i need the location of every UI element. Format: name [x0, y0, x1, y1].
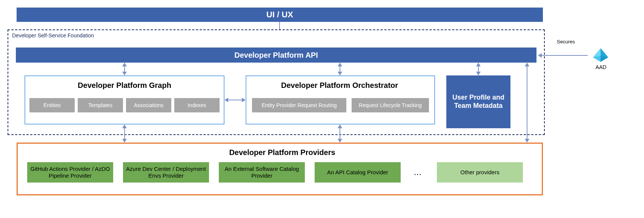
arrow-api-profile-down	[476, 72, 481, 75]
graph-item-entities: Entities	[29, 98, 75, 112]
user-profile-box: User Profile and Team Metadata	[446, 75, 510, 128]
api-bar: Developer Platform API	[16, 48, 536, 63]
arrow-graph-providers-down	[122, 139, 127, 143]
provider-label: Azure Dev Center / Deployment Envs Provi…	[124, 166, 207, 179]
arrow-orch-providers-down	[338, 139, 342, 143]
uiux-bar: UI / UX	[17, 8, 543, 22]
arrow-api-providers-down	[525, 139, 529, 143]
orch-item-lifecycle: Request Lifecycle Tracking	[352, 98, 429, 112]
svg-marker-1	[601, 48, 608, 57]
graph-title: Developer Platform Graph	[60, 81, 189, 90]
provider-api-catalog: An API Catalog Provider	[315, 162, 401, 183]
arrow-graph-orch-right	[242, 98, 246, 102]
provider-devcenter: Azure Dev Center / Deployment Envs Provi…	[123, 162, 209, 183]
arrow-aad-api	[541, 55, 588, 56]
graph-item-associations: Associations	[126, 98, 171, 112]
arrow-api-orch-up	[338, 63, 342, 66]
arrow-orch-providers-up	[338, 124, 342, 128]
arrow-graph-orch	[227, 100, 243, 100]
aad-label: AAD	[595, 64, 607, 70]
arrow-graph-providers	[124, 127, 125, 140]
svg-marker-2	[593, 48, 601, 57]
orch-item-label: Request Lifecycle Tracking	[359, 102, 422, 108]
graph-item-indexes: Indexes	[174, 98, 220, 112]
arrow-orch-providers	[340, 127, 340, 140]
provider-label: An API Catalog Provider	[327, 169, 388, 176]
arrow-api-providers-up	[525, 63, 529, 66]
provider-label: GitHub Actions Provider / AzDO Pipeline …	[29, 166, 112, 179]
arrow-api-graph-down	[122, 72, 127, 75]
arrow-api-orch-down	[338, 72, 342, 75]
orchestrator-title: Developer Platform Orchestrator	[272, 81, 407, 90]
arrow-api-providers	[527, 66, 527, 140]
graph-item-templates: Templates	[78, 98, 123, 112]
api-label: Developer Platform API	[234, 51, 318, 60]
graph-item-label: Entities	[43, 102, 61, 108]
secures-label: Secures	[557, 39, 575, 45]
provider-github: GitHub Actions Provider / AzDO Pipeline …	[27, 162, 113, 183]
graph-item-label: Templates	[88, 102, 112, 108]
provider-other: Other providers	[437, 162, 523, 183]
graph-item-label: Associations	[134, 102, 164, 108]
orch-item-routing: Entity Provider Request Routing	[252, 98, 346, 112]
providers-title: Developer Platform Providers	[207, 148, 358, 157]
provider-catalog: An External Software Catalog Provider	[219, 162, 305, 183]
arrow-graph-orch-left	[224, 98, 228, 102]
uiux-label: UI / UX	[266, 10, 293, 20]
arrow-aad-api-head	[538, 53, 542, 58]
arrow-api-graph-up	[122, 63, 127, 66]
aad-icon	[592, 48, 610, 63]
arrow-graph-providers-up	[122, 124, 127, 128]
foundation-label: Developer Self-Service Foundation	[12, 32, 94, 38]
diagram-canvas: UI / UX Developer Self-Service Foundatio…	[0, 0, 644, 218]
user-profile-label: User Profile and Team Metadata	[449, 94, 507, 110]
orch-item-label: Entity Provider Request Routing	[261, 102, 337, 108]
provider-label: An External Software Catalog Provider	[220, 166, 303, 179]
graph-item-label: Indexes	[188, 102, 206, 108]
arrow-api-profile-up	[476, 63, 481, 66]
providers-ellipsis: …	[413, 167, 422, 177]
provider-label: Other providers	[460, 169, 499, 176]
